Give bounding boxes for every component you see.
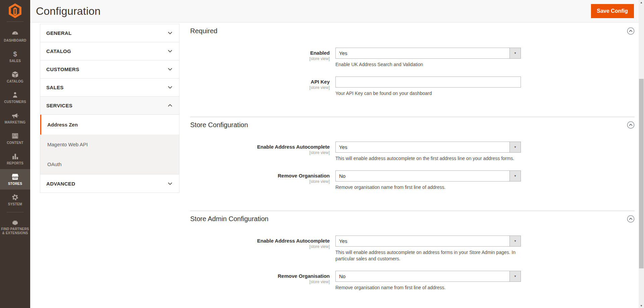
admin-remove-organisation-select[interactable]: No ▼ — [335, 271, 521, 282]
field-store-enable-autocomplete: Enable Address Autocomplete [store view]… — [190, 142, 635, 162]
field-comment: Your API Key can be found on your dashbo… — [335, 90, 521, 97]
config-nav-sales[interactable]: SALES — [40, 79, 179, 97]
chevron-down-icon — [168, 86, 172, 89]
admin-sidebar: DASHBOARD $ SALES CATALOG CUSTOMERS MARK… — [0, 0, 30, 308]
system-icon — [11, 194, 19, 201]
config-nav-catalog[interactable]: CATALOG — [40, 42, 179, 60]
config-subnav-services: Address Zen Magento Web API OAuth — [40, 115, 179, 174]
sidebar-item-reports[interactable]: REPORTS — [0, 149, 30, 169]
dashboard-icon — [11, 30, 19, 37]
field-comment: Remove organisation name from first line… — [335, 184, 521, 191]
chevron-up-icon — [168, 104, 172, 107]
catalog-icon — [11, 71, 19, 78]
chevron-down-icon — [168, 182, 172, 185]
collapse-icon[interactable] — [627, 27, 635, 35]
config-nav-magento-web-api[interactable]: Magento Web API — [40, 135, 179, 154]
field-scope: [store view] — [190, 56, 330, 61]
page-title: Configuration — [36, 5, 101, 17]
field-scope: [store view] — [190, 179, 330, 184]
field-scope: [store view] — [190, 279, 330, 284]
config-nav-oauth[interactable]: OAuth — [40, 154, 179, 174]
config-nav-general[interactable]: GENERAL — [40, 24, 179, 42]
section-required: Required Enabled [store view] Yes ▼ Enab… — [190, 23, 635, 117]
config-main: Required Enabled [store view] Yes ▼ Enab… — [190, 22, 635, 308]
sidebar-divider — [7, 21, 23, 22]
sidebar-item-content[interactable]: CONTENT — [0, 128, 30, 149]
field-admin-enable-autocomplete: Enable Address Autocomplete [store view]… — [190, 236, 635, 262]
enabled-select[interactable]: Yes ▼ — [335, 48, 521, 59]
field-api-key: API Key [store view] Your API Key can be… — [190, 76, 635, 97]
content-area: GENERAL CATALOG CUSTOMERS SALES SERVICES — [30, 22, 639, 308]
marketing-icon — [11, 112, 19, 119]
field-comment: Enable UK Address Search and Validation — [335, 61, 521, 68]
sidebar-item-catalog[interactable]: CATALOG — [0, 67, 30, 87]
field-label: Enable Address Autocomplete — [190, 238, 330, 244]
config-nav-advanced[interactable]: ADVANCED — [40, 174, 179, 193]
config-nav-services[interactable]: SERVICES — [40, 97, 179, 115]
save-config-button[interactable]: Save Config — [591, 4, 634, 18]
section-required-header[interactable]: Required — [190, 27, 635, 35]
store-enable-autocomplete-select[interactable]: Yes ▼ — [335, 142, 521, 153]
chevron-down-icon — [168, 32, 172, 35]
vertical-scrollbar[interactable]: ▲ ▼ — [639, 0, 644, 308]
field-label: API Key — [190, 79, 330, 85]
dropdown-arrow-icon: ▼ — [509, 271, 521, 281]
field-store-remove-organisation: Remove Organisation [store view] No ▼ Re… — [190, 170, 635, 191]
dropdown-arrow-icon: ▼ — [509, 142, 521, 152]
scroll-down-icon[interactable]: ▼ — [639, 303, 644, 308]
dropdown-arrow-icon: ▼ — [509, 236, 521, 246]
field-enabled: Enabled [store view] Yes ▼ Enable UK Add… — [190, 48, 635, 68]
sidebar-item-stores[interactable]: STORES — [0, 169, 30, 190]
sidebar-item-dashboard[interactable]: DASHBOARD — [0, 26, 30, 46]
section-title: Required — [190, 27, 217, 35]
section-store-configuration-header[interactable]: Store Configuration — [190, 121, 635, 129]
store-remove-organisation-select[interactable]: No ▼ — [335, 170, 521, 182]
dropdown-arrow-icon: ▼ — [509, 48, 521, 58]
magento-logo[interactable] — [0, 0, 30, 21]
field-scope: [store view] — [190, 244, 330, 249]
sidebar-divider — [7, 212, 23, 212]
field-label: Remove Organisation — [190, 273, 330, 279]
customers-icon — [12, 91, 18, 99]
field-label: Enabled — [190, 50, 330, 56]
scrollbar-thumb[interactable] — [639, 79, 644, 268]
section-title: Store Configuration — [190, 121, 248, 129]
config-nav-customers[interactable]: CUSTOMERS — [40, 60, 179, 79]
section-store-admin-configuration-header[interactable]: Store Admin Configuration — [190, 215, 635, 223]
field-label: Remove Organisation — [190, 173, 330, 178]
sidebar-item-customers[interactable]: CUSTOMERS — [0, 87, 30, 108]
admin-enable-autocomplete-select[interactable]: Yes ▼ — [335, 236, 521, 247]
field-label: Enable Address Autocomplete — [190, 144, 330, 150]
collapse-icon[interactable] — [627, 121, 635, 129]
sales-icon: $ — [13, 50, 17, 58]
section-store-admin-configuration: Store Admin Configuration Enable Address… — [190, 211, 635, 308]
section-title: Store Admin Configuration — [190, 215, 268, 223]
api-key-input[interactable] — [335, 76, 521, 88]
field-scope: [store view] — [190, 150, 330, 155]
field-comment: This will enable address autocomplete on… — [335, 155, 521, 162]
field-comment: Remove organisation name from first line… — [335, 285, 521, 291]
config-nav-address-zen[interactable]: Address Zen — [40, 115, 179, 135]
stores-icon — [11, 173, 19, 181]
collapse-icon[interactable] — [627, 215, 635, 223]
config-nav: GENERAL CATALOG CUSTOMERS SALES SERVICES — [40, 24, 179, 193]
scroll-up-icon[interactable]: ▲ — [639, 0, 644, 5]
content-icon — [11, 132, 19, 140]
field-admin-remove-organisation: Remove Organisation [store view] No ▼ Re… — [190, 271, 635, 291]
find-partners-icon — [11, 218, 19, 226]
section-store-configuration: Store Configuration Enable Address Autoc… — [190, 117, 635, 211]
chevron-down-icon — [168, 50, 172, 53]
magento-logo-icon — [9, 3, 21, 18]
dropdown-arrow-icon: ▼ — [509, 171, 521, 181]
sidebar-item-system[interactable]: SYSTEM — [0, 190, 30, 210]
sidebar-item-sales[interactable]: $ SALES — [0, 46, 30, 67]
reports-icon — [11, 153, 19, 160]
field-scope: [store view] — [190, 85, 330, 90]
sidebar-item-marketing[interactable]: MARKETING — [0, 108, 30, 128]
sidebar-item-find-partners[interactable]: FIND PARTNERS & EXTENSIONS — [0, 214, 30, 239]
field-comment: This will enable address autocomplete on… — [335, 249, 521, 262]
page-header: Configuration Save Config — [30, 0, 639, 22]
chevron-down-icon — [168, 68, 172, 71]
